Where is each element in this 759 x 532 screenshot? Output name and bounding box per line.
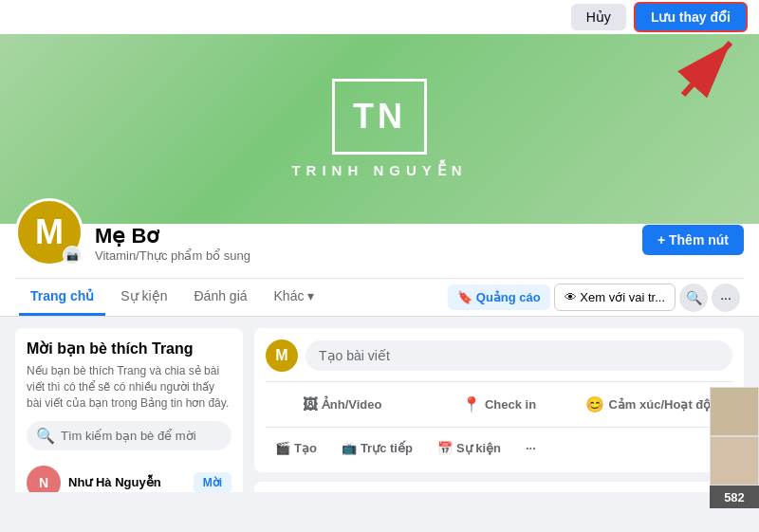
add-button[interactable]: + Thêm nút (642, 225, 744, 255)
friend-avatar: N (27, 466, 61, 493)
more-options-button[interactable]: ··· (712, 284, 740, 312)
page-category: Vitamin/Thực phẩm bổ sung (95, 248, 631, 263)
side-thumbnails: 582 (710, 387, 759, 508)
thumb-count: 582 (710, 486, 759, 508)
invite-desc: Nếu bạn bè thích Trang và chia sẻ bài vi… (27, 363, 231, 411)
emoji-icon: 😊 (585, 395, 604, 413)
no-posts-box: Chưa có bài viết nào (254, 482, 744, 492)
cancel-button[interactable]: Hủy (571, 4, 626, 30)
thumb-2 (710, 436, 759, 486)
cover-logo-text: TN (353, 97, 406, 137)
search-placeholder: Tìm kiếm bạn bè để mời (61, 429, 196, 443)
invite-button[interactable]: Mời (194, 472, 231, 493)
tab-khac[interactable]: Khác ▾ (263, 279, 326, 316)
avatar-letter: M (35, 212, 64, 252)
nav-tabs: Trang chủ Sự kiện Đánh giá Khác ▾ 🔖 Quản… (15, 278, 744, 316)
create-post-box: M Tạo bài viết 🖼 Ảnh/Video 📍 Check in 😊 … (254, 328, 744, 472)
search-friend-input[interactable]: 🔍 Tìm kiếm bạn bè để mời (27, 421, 231, 450)
photo-video-button[interactable]: 🖼 Ảnh/Video (266, 391, 418, 419)
profile-text: Mẹ Bơ Vitamin/Thực phẩm bổ sung (95, 224, 631, 266)
invite-friends-box: Mời bạn bè thích Trang Nếu bạn bè thích … (15, 328, 243, 492)
create-icon: 🎬 (275, 441, 290, 455)
event-icon: 📅 (437, 441, 453, 455)
friend-item: N Như Hà Nguyễn Mời (27, 460, 231, 493)
create-post-row: M Tạo bài viết (266, 339, 732, 372)
thumb-1 (710, 387, 759, 436)
quang-cao-button[interactable]: 🔖 Quảng cáo (448, 284, 550, 310)
cover-logo-box: TN (332, 79, 427, 155)
more-post-options[interactable]: ··· (516, 435, 546, 461)
checkin-button[interactable]: 📍 Check in (422, 390, 575, 419)
save-changes-button[interactable]: Lưu thay đổi (634, 2, 748, 32)
avatar-wrap: M 📷 (15, 198, 83, 266)
profile-section: M 📷 Mẹ Bơ Vitamin/Thực phẩm bổ sung + Th… (0, 224, 759, 317)
camera-icon[interactable]: 📷 (63, 246, 82, 265)
photo-icon: 🖼 (303, 396, 318, 413)
invite-title: Mời bạn bè thích Trang (27, 339, 231, 358)
page-name: Mẹ Bơ (95, 224, 631, 248)
post-action-row2: 🎬 Tạo 📺 Trực tiếp 📅 Sự kiện ··· (266, 435, 732, 461)
mini-avatar: M (266, 339, 298, 372)
top-action-bar: Hủy Lưu thay đổi (0, 0, 759, 34)
friend-name: Như Hà Nguyễn (68, 475, 186, 489)
tab-actions: 🔖 Quảng cáo 👁 Xem với vai tr... 🔍 ··· (448, 284, 740, 312)
right-panel: M Tạo bài viết 🖼 Ảnh/Video 📍 Check in 😊 … (254, 328, 744, 481)
create-post-input[interactable]: Tạo bài viết (305, 340, 732, 371)
cover-photo: TN TRINH NGUYỄN (0, 34, 759, 224)
tab-danh-gia[interactable]: Đánh giá (182, 279, 258, 316)
live-button[interactable]: 📺 Trực tiếp (332, 435, 422, 461)
tab-trang-chu[interactable]: Trang chủ (19, 279, 105, 316)
search-icon: 🔍 (36, 427, 55, 445)
main-content: Mời bạn bè thích Trang Nếu bạn bè thích … (0, 317, 759, 492)
left-panel: Mời bạn bè thích Trang Nếu bạn bè thích … (15, 328, 243, 481)
event-button[interactable]: 📅 Sự kiện (428, 435, 510, 461)
tab-su-kien[interactable]: Sự kiện (109, 279, 178, 316)
post-action-row: 🖼 Ảnh/Video 📍 Check in 😊 Cảm xúc/Hoạt độ… (266, 390, 732, 419)
divider (266, 381, 732, 382)
divider2 (266, 427, 732, 428)
search-icon-button[interactable]: 🔍 (679, 284, 708, 312)
create-button[interactable]: 🎬 Tạo (266, 435, 326, 461)
cover-subtitle: TRINH NGUYỄN (291, 162, 467, 179)
live-icon: 📺 (342, 441, 357, 455)
xem-voi-button[interactable]: 👁 Xem với vai tr... (554, 284, 676, 311)
location-icon: 📍 (462, 395, 481, 413)
